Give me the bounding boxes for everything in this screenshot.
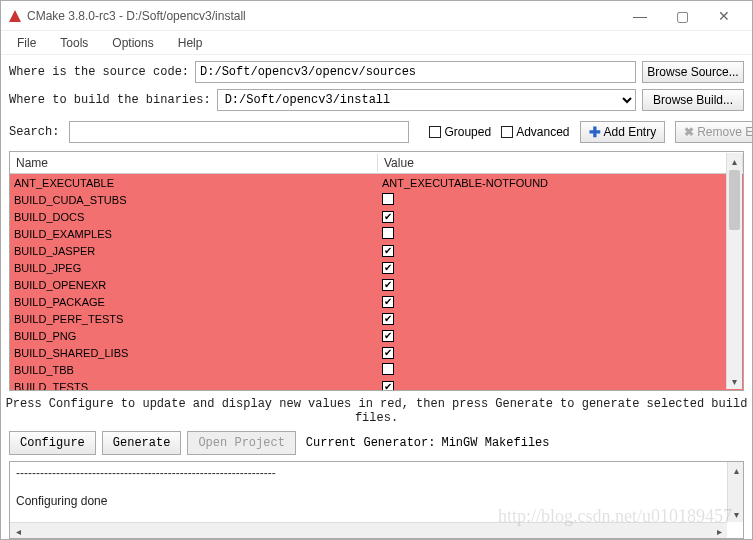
checkbox-icon[interactable]: ✔	[382, 330, 394, 342]
table-row[interactable]: BUILD_DOCS✔	[10, 208, 743, 225]
scroll-down-icon[interactable]: ▾	[728, 506, 744, 522]
log-message: Configuring done	[16, 494, 737, 508]
scroll-left-icon[interactable]: ◂	[10, 523, 26, 539]
close-button[interactable]: ✕	[704, 2, 744, 30]
advanced-checkbox[interactable]: Advanced	[501, 125, 569, 139]
cell-value[interactable]: ✔	[378, 278, 743, 291]
action-row: Configure Generate Open Project Current …	[1, 429, 752, 461]
scroll-thumb[interactable]	[729, 170, 740, 230]
cell-name: BUILD_PNG	[10, 330, 378, 342]
configure-button[interactable]: Configure	[9, 431, 96, 455]
cmake-logo-icon	[9, 10, 21, 22]
cell-value[interactable]	[378, 193, 743, 207]
checkbox-icon[interactable]: ✔	[382, 296, 394, 308]
generator-label: Current Generator:	[306, 436, 436, 450]
menu-bar: File Tools Options Help	[1, 31, 752, 55]
entry-table: Name Value ANT_EXECUTABLEANT_EXECUTABLE-…	[9, 151, 744, 391]
menu-tools[interactable]: Tools	[50, 33, 98, 53]
table-row[interactable]: BUILD_JASPER✔	[10, 242, 743, 259]
table-row[interactable]: BUILD_PNG✔	[10, 327, 743, 344]
build-label: Where to build the binaries:	[9, 93, 211, 107]
cell-name: ANT_EXECUTABLE	[10, 177, 378, 189]
hint-text: Press Configure to update and display ne…	[1, 391, 752, 429]
cell-name: BUILD_SHARED_LIBS	[10, 347, 378, 359]
menu-options[interactable]: Options	[102, 33, 163, 53]
menu-file[interactable]: File	[7, 33, 46, 53]
cell-value[interactable]: ✔	[378, 312, 743, 325]
search-row: Search: Grouped Advanced ✚Add Entry ✖Rem…	[1, 117, 752, 147]
checkbox-icon[interactable]: ✔	[382, 279, 394, 291]
header-name[interactable]: Name	[10, 154, 378, 172]
table-row[interactable]: BUILD_EXAMPLES	[10, 225, 743, 242]
cell-name: BUILD_PERF_TESTS	[10, 313, 378, 325]
search-input[interactable]	[69, 121, 409, 143]
generator-value: MinGW Makefiles	[441, 436, 549, 450]
cell-value[interactable]: ✔	[378, 295, 743, 308]
cell-value[interactable]	[378, 227, 743, 241]
table-row[interactable]: ANT_EXECUTABLEANT_EXECUTABLE-NOTFOUND	[10, 174, 743, 191]
cell-value[interactable]: ✔	[378, 261, 743, 274]
cell-value[interactable]: ✔	[378, 346, 743, 359]
build-path-select[interactable]: D:/Soft/opencv3/install	[217, 89, 636, 111]
scroll-right-icon[interactable]: ▸	[711, 523, 727, 539]
table-header: Name Value	[10, 152, 743, 174]
open-project-button[interactable]: Open Project	[187, 431, 295, 455]
source-label: Where is the source code:	[9, 65, 189, 79]
table-row[interactable]: BUILD_PERF_TESTS✔	[10, 310, 743, 327]
table-row[interactable]: BUILD_TBB	[10, 361, 743, 378]
output-log[interactable]: ----------------------------------------…	[9, 461, 744, 539]
cell-name: BUILD_CUDA_STUBS	[10, 194, 378, 206]
add-entry-button[interactable]: ✚Add Entry	[580, 121, 666, 143]
source-path-input[interactable]	[195, 61, 636, 83]
table-row[interactable]: BUILD_OPENEXR✔	[10, 276, 743, 293]
grouped-checkbox[interactable]: Grouped	[429, 125, 491, 139]
checkbox-icon[interactable]: ✔	[382, 211, 394, 223]
checkbox-icon[interactable]: ✔	[382, 245, 394, 257]
cell-value[interactable]	[378, 363, 743, 377]
title-bar: CMake 3.8.0-rc3 - D:/Soft/opencv3/instal…	[1, 1, 752, 31]
table-row[interactable]: BUILD_JPEG✔	[10, 259, 743, 276]
table-row[interactable]: BUILD_SHARED_LIBS✔	[10, 344, 743, 361]
cell-value[interactable]: ✔	[378, 329, 743, 342]
checkbox-icon[interactable]: ✔	[382, 347, 394, 359]
cell-value[interactable]: ✔	[378, 244, 743, 257]
source-row: Where is the source code: Browse Source.…	[1, 55, 752, 89]
cell-name: BUILD_EXAMPLES	[10, 228, 378, 240]
checkbox-icon[interactable]	[382, 363, 394, 375]
browse-source-button[interactable]: Browse Source...	[642, 61, 744, 83]
cell-name: BUILD_PACKAGE	[10, 296, 378, 308]
generate-button[interactable]: Generate	[102, 431, 182, 455]
cell-name: BUILD_JPEG	[10, 262, 378, 274]
build-row: Where to build the binaries: D:/Soft/ope…	[1, 89, 752, 117]
header-value[interactable]: Value	[378, 154, 743, 172]
table-row[interactable]: BUILD_CUDA_STUBS	[10, 191, 743, 208]
plus-icon: ✚	[589, 124, 601, 140]
cell-name: BUILD_OPENEXR	[10, 279, 378, 291]
table-row[interactable]: BUILD_PACKAGE✔	[10, 293, 743, 310]
browse-build-button[interactable]: Browse Build...	[642, 89, 744, 111]
menu-help[interactable]: Help	[168, 33, 213, 53]
log-scrollbar-horizontal[interactable]: ◂ ▸	[10, 522, 727, 538]
table-scrollbar[interactable]: ▴ ▾	[726, 153, 742, 389]
cell-value[interactable]: ANT_EXECUTABLE-NOTFOUND	[378, 177, 743, 189]
scroll-up-icon[interactable]: ▴	[727, 153, 742, 169]
cell-name: BUILD_TESTS	[10, 381, 378, 391]
remove-entry-button[interactable]: ✖Remove Entry	[675, 121, 753, 143]
cell-name: BUILD_DOCS	[10, 211, 378, 223]
checkbox-icon[interactable]: ✔	[382, 381, 394, 390]
checkbox-icon[interactable]	[382, 227, 394, 239]
log-scrollbar-vertical[interactable]: ▴ ▾	[727, 462, 743, 522]
x-icon: ✖	[684, 125, 694, 139]
scroll-down-icon[interactable]: ▾	[727, 373, 742, 389]
cell-value[interactable]: ✔	[378, 210, 743, 223]
log-dashes: ----------------------------------------…	[16, 466, 737, 480]
checkbox-icon[interactable]	[382, 193, 394, 205]
cell-value[interactable]: ✔	[378, 380, 743, 390]
scroll-up-icon[interactable]: ▴	[728, 462, 744, 478]
checkbox-icon[interactable]: ✔	[382, 313, 394, 325]
maximize-button[interactable]: ▢	[662, 2, 702, 30]
search-label: Search:	[9, 125, 59, 139]
checkbox-icon[interactable]: ✔	[382, 262, 394, 274]
table-row[interactable]: BUILD_TESTS✔	[10, 378, 743, 390]
minimize-button[interactable]: —	[620, 2, 660, 30]
